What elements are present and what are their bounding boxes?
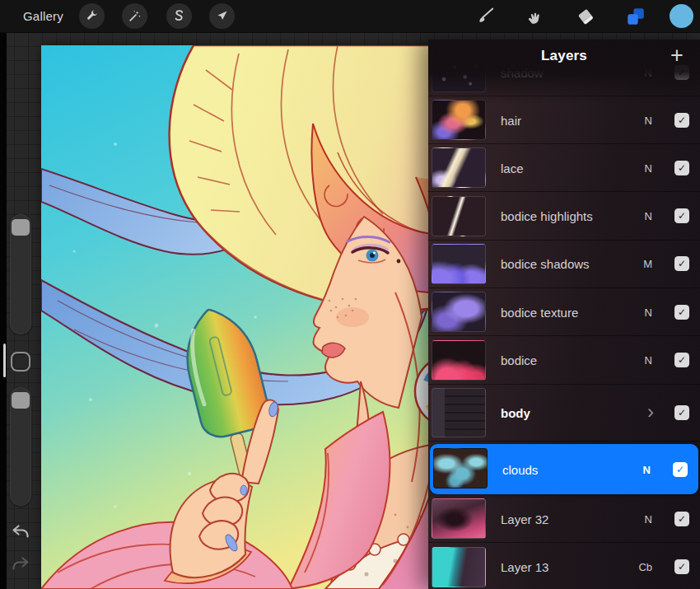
layers-panel-button[interactable] bbox=[622, 2, 650, 30]
magic-wand-icon bbox=[128, 9, 142, 23]
layer-row[interactable]: body › ✓ bbox=[428, 385, 700, 442]
actions-button[interactable] bbox=[79, 3, 105, 29]
layer-visibility-checkbox[interactable]: ✓ bbox=[674, 113, 689, 128]
group-chevron-icon: › bbox=[647, 400, 654, 423]
opacity-slider[interactable] bbox=[10, 387, 31, 506]
undo-button[interactable] bbox=[9, 522, 32, 545]
layer-visibility-checkbox[interactable]: ✓ bbox=[673, 462, 688, 477]
transform-arrow-icon bbox=[215, 9, 229, 23]
layer-row[interactable]: clouds N › ✓ bbox=[430, 444, 698, 494]
blend-mode-button[interactable]: N bbox=[645, 161, 652, 174]
blend-mode-button[interactable]: N bbox=[645, 114, 652, 126]
top-toolbar: Gallery bbox=[0, 0, 700, 33]
color-swatch[interactable] bbox=[670, 4, 693, 28]
layer-thumbnail[interactable] bbox=[432, 147, 486, 188]
selection-button[interactable] bbox=[166, 3, 192, 29]
layer-thumbnail[interactable] bbox=[432, 244, 486, 284]
layer-thumbnail[interactable] bbox=[432, 388, 486, 437]
brush-tool-button[interactable] bbox=[471, 2, 499, 30]
layer-visibility-checkbox[interactable]: ✓ bbox=[674, 353, 689, 367]
layers-list: shadow N › ✓ hair N › ✓ lace N › ✓ bodic… bbox=[428, 40, 700, 589]
layer-row[interactable]: lace N › ✓ bbox=[428, 144, 700, 192]
layer-row[interactable]: Layer 13 Cb › ✓ bbox=[428, 544, 700, 589]
layer-visibility-checkbox[interactable]: ✓ bbox=[674, 161, 689, 175]
layer-name: bodice highlights bbox=[501, 209, 593, 223]
eraser-icon bbox=[575, 6, 596, 27]
layer-name: hair bbox=[501, 113, 521, 127]
layer-name: bodice bbox=[501, 353, 537, 367]
gallery-button[interactable]: Gallery bbox=[23, 9, 63, 23]
blend-mode-button[interactable]: M bbox=[643, 258, 652, 270]
layer-thumbnail[interactable] bbox=[433, 448, 488, 488]
adjustments-button[interactable] bbox=[122, 3, 147, 29]
layer-row[interactable]: bodice texture N › ✓ bbox=[428, 288, 700, 336]
layer-row[interactable]: Layer 32 N › ✓ bbox=[428, 495, 700, 543]
layer-name: bodice shadows bbox=[501, 257, 590, 271]
smudge-tool-button[interactable] bbox=[521, 2, 549, 30]
undo-icon bbox=[9, 522, 32, 545]
layer-visibility-checkbox[interactable]: ✓ bbox=[674, 256, 689, 271]
layer-row[interactable]: shadow N › ✓ bbox=[428, 49, 700, 96]
redo-button[interactable] bbox=[9, 554, 32, 577]
layer-name: Layer 13 bbox=[501, 560, 548, 574]
selection-s-icon bbox=[172, 9, 186, 23]
layer-thumbnail[interactable] bbox=[432, 100, 486, 140]
layer-visibility-checkbox[interactable]: ✓ bbox=[674, 512, 689, 526]
paint-tools-group bbox=[471, 0, 700, 32]
layer-thumbnail[interactable] bbox=[432, 498, 486, 539]
eraser-tool-button[interactable] bbox=[572, 2, 600, 30]
layer-name: Layer 32 bbox=[501, 512, 548, 526]
smudge-finger-icon bbox=[525, 6, 546, 27]
layer-visibility-checkbox[interactable]: ✓ bbox=[674, 559, 689, 574]
layer-name: body bbox=[501, 405, 530, 419]
blend-mode-button[interactable]: N bbox=[645, 354, 652, 367]
modify-button[interactable] bbox=[11, 352, 30, 372]
layer-row[interactable]: hair N › ✓ bbox=[428, 96, 700, 144]
opacity-slider-handle[interactable] bbox=[12, 392, 30, 409]
layer-visibility-checkbox[interactable]: ✓ bbox=[674, 305, 689, 320]
layers-panel: shadow N › ✓ hair N › ✓ lace N › ✓ bodic… bbox=[428, 40, 700, 589]
canvas-sidebar bbox=[0, 32, 41, 589]
transform-button[interactable] bbox=[209, 3, 235, 29]
layer-thumbnail[interactable] bbox=[432, 547, 486, 587]
add-layer-button[interactable]: + bbox=[664, 43, 690, 69]
layer-name: clouds bbox=[502, 462, 538, 476]
brush-size-slider-handle[interactable] bbox=[12, 219, 30, 236]
blend-mode-button[interactable]: Cb bbox=[638, 561, 652, 573]
redo-icon bbox=[9, 554, 32, 577]
wrench-icon bbox=[85, 9, 99, 23]
layer-thumbnail[interactable] bbox=[432, 292, 486, 332]
layer-visibility-checkbox[interactable]: ✓ bbox=[674, 208, 689, 223]
layer-thumbnail[interactable] bbox=[432, 52, 486, 92]
brush-size-slider[interactable] bbox=[10, 214, 31, 334]
blend-mode-button[interactable]: N bbox=[645, 512, 652, 525]
layer-row[interactable]: bodice N › ✓ bbox=[428, 337, 700, 385]
blend-mode-button[interactable]: N bbox=[643, 463, 651, 475]
blend-mode-button[interactable]: N bbox=[645, 210, 652, 222]
layer-row[interactable]: bodice shadows M › ✓ bbox=[428, 241, 700, 288]
layer-visibility-checkbox[interactable]: ✓ bbox=[674, 405, 689, 420]
paintbrush-icon bbox=[474, 6, 496, 27]
layer-row[interactable]: bodice highlights N › ✓ bbox=[428, 193, 700, 241]
sidebar-drag-handle[interactable] bbox=[3, 344, 6, 377]
layer-name: bodice texture bbox=[501, 305, 578, 319]
layer-thumbnail[interactable] bbox=[432, 196, 486, 236]
blend-mode-button[interactable]: N bbox=[645, 306, 652, 318]
layer-name: shadow bbox=[501, 65, 544, 79]
layers-icon bbox=[625, 6, 646, 27]
layer-thumbnail[interactable] bbox=[432, 340, 486, 381]
blend-mode-button[interactable]: N bbox=[645, 66, 652, 78]
layer-name: lace bbox=[501, 161, 524, 175]
